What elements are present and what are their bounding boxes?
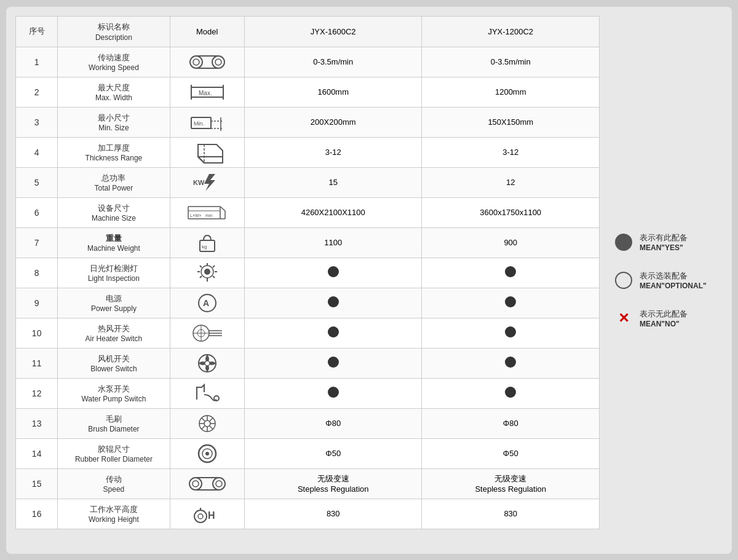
- row-icon: L×W× mm: [170, 197, 244, 227]
- row-val-1600: [244, 378, 421, 408]
- svg-point-52: [204, 420, 210, 427]
- row-val-1600: [244, 258, 421, 288]
- table-row: 7重量Machine Weight kg 1100900: [16, 227, 600, 258]
- row-val-1600: [244, 318, 421, 348]
- row-val-1600: Φ80: [244, 408, 421, 438]
- svg-text:L×W×: L×W×: [190, 213, 202, 218]
- svg-line-36: [200, 266, 202, 267]
- svg-line-26: [220, 207, 225, 211]
- row-val-1200: Φ80: [422, 408, 600, 438]
- table-row: 6设备尺寸Machine Size L×W× mm 4260X2100X1100…: [16, 197, 600, 227]
- row-icon: [170, 408, 244, 438]
- row-desc: 电源Power Supply: [58, 288, 170, 318]
- row-icon: Min.: [170, 107, 244, 137]
- row-val-1200: 3600x1750x1100: [422, 197, 600, 227]
- row-num: 12: [16, 378, 58, 408]
- svg-point-0: [190, 56, 202, 68]
- svg-line-58: [210, 426, 213, 429]
- header-model: Model: [170, 16, 244, 47]
- row-val-1200: 无级变速Stepless Regulation: [422, 468, 600, 499]
- table-row: 11风机开关Blower Switch: [16, 348, 600, 378]
- row-icon: KW: [170, 167, 244, 197]
- svg-point-67: [216, 481, 222, 487]
- table-row: 2最大尺度Max. Width Max. 1600mm1200mm: [16, 77, 600, 107]
- svg-marker-21: [204, 174, 215, 191]
- svg-text:Min.: Min.: [194, 120, 204, 127]
- row-desc: 重量Machine Weight: [58, 227, 170, 258]
- row-val-1600: 4260X2100X1100: [244, 197, 421, 227]
- svg-line-39: [200, 276, 202, 278]
- svg-line-38: [213, 266, 215, 267]
- legend-optional: 表示选装配备 MEAN"OPTIONAL": [615, 270, 720, 290]
- row-icon: [170, 348, 244, 378]
- header-jyx1200: JYX-1200C2: [422, 16, 600, 47]
- row-desc: 传动Speed: [58, 468, 170, 499]
- row-desc: 最小尺寸Min. Size: [58, 107, 170, 137]
- row-desc: 总功率Total Power: [58, 167, 170, 197]
- svg-line-59: [210, 418, 213, 421]
- row-num: 13: [16, 408, 58, 438]
- row-desc: 最大尺度Max. Width: [58, 77, 170, 107]
- row-icon: H: [170, 499, 244, 529]
- row-val-1200: 150X150mm: [422, 107, 600, 137]
- row-val-1600: 0-3.5m/min: [244, 47, 421, 77]
- legend-optional-text: 表示选装配备 MEAN"OPTIONAL": [640, 270, 707, 290]
- row-val-1200: [422, 318, 600, 348]
- svg-text:Max.: Max.: [199, 90, 212, 97]
- row-val-1200: 12: [422, 167, 600, 197]
- row-icon: [170, 468, 244, 499]
- svg-point-40: [204, 269, 210, 275]
- row-val-1200: 900: [422, 227, 600, 258]
- svg-line-60: [202, 426, 205, 429]
- table-row: 4加工厚度Thickness Range 3-123-12: [16, 137, 600, 167]
- row-icon: A: [170, 288, 244, 318]
- row-num: 9: [16, 288, 58, 318]
- row-desc: 加工厚度Thickness Range: [58, 137, 170, 167]
- row-icon: [170, 258, 244, 288]
- table-row: 5总功率Total Power KW 1512: [16, 167, 600, 197]
- row-val-1200: 3-12: [422, 137, 600, 167]
- row-desc: 风机开关Blower Switch: [58, 348, 170, 378]
- row-icon: [170, 47, 244, 77]
- legend-yes-text: 表示有此配备 MEAN"YES": [640, 232, 688, 252]
- svg-line-17: [198, 157, 204, 163]
- row-icon: [170, 318, 244, 348]
- row-desc: 毛刷Brush Diameter: [58, 408, 170, 438]
- row-val-1200: [422, 258, 600, 288]
- row-val-1600: Φ50: [244, 438, 421, 468]
- legend-section: 表示有此配备 MEAN"YES" 表示选装配备 MEAN"OPTIONAL" ✕…: [609, 16, 723, 545]
- row-num: 14: [16, 438, 58, 468]
- svg-point-3: [215, 59, 221, 65]
- row-val-1600: 15: [244, 167, 421, 197]
- svg-point-65: [192, 481, 199, 487]
- header-jyx1600: JYX-1600C2: [244, 16, 421, 47]
- row-val-1600: 830: [244, 499, 421, 529]
- row-num: 10: [16, 318, 58, 348]
- row-val-1200: [422, 348, 600, 378]
- row-num: 15: [16, 468, 58, 499]
- row-num: 2: [16, 77, 58, 107]
- svg-point-64: [189, 478, 202, 490]
- table-row: 14胶辊尺寸Rubber Roller Diameter Φ50Φ50: [16, 438, 600, 468]
- svg-text:mm: mm: [205, 213, 213, 218]
- row-num: 6: [16, 197, 58, 227]
- svg-text:A: A: [203, 298, 209, 308]
- row-val-1600: [244, 348, 421, 378]
- svg-point-66: [213, 478, 225, 490]
- row-desc: 日光灯检测灯Light Inspection: [58, 258, 170, 288]
- row-icon: [170, 438, 244, 468]
- table-row: 1传动速度Working Speed 0-3.5m/min0-3.5m/min: [16, 47, 600, 77]
- row-val-1600: 3-12: [244, 137, 421, 167]
- row-num: 5: [16, 167, 58, 197]
- header-num: 序号: [16, 16, 58, 47]
- header-desc: 标识名称 Description: [58, 16, 170, 47]
- table-section: 序号 标识名称 Description Model JYX-1600C2 JYX…: [15, 16, 600, 545]
- svg-point-1: [193, 59, 199, 65]
- row-desc: 工作水平高度Working Height: [58, 499, 170, 529]
- row-icon: [170, 378, 244, 408]
- svg-text:kg: kg: [202, 244, 207, 250]
- row-num: 7: [16, 227, 58, 258]
- row-desc: 水泵开关Water Pump Switch: [58, 378, 170, 408]
- legend-no-text: 表示无此配备 MEAN"NO": [640, 309, 688, 328]
- row-val-1600: 无级变速Stepless Regulation: [244, 468, 421, 499]
